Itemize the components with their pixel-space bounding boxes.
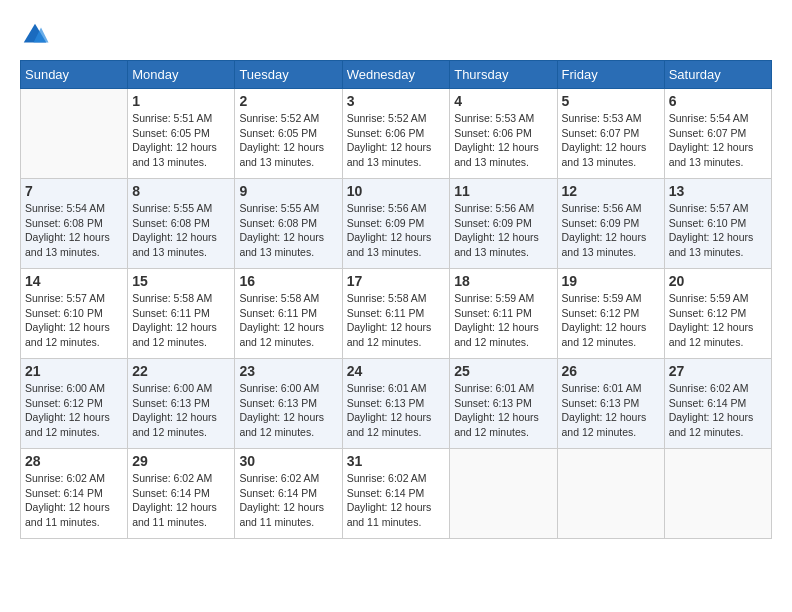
day-number: 26 — [562, 363, 660, 379]
day-info: Sunrise: 5:51 AM Sunset: 6:05 PM Dayligh… — [132, 111, 230, 170]
day-number: 13 — [669, 183, 767, 199]
day-number: 16 — [239, 273, 337, 289]
day-number: 18 — [454, 273, 552, 289]
calendar-cell: 11Sunrise: 5:56 AM Sunset: 6:09 PM Dayli… — [450, 179, 557, 269]
day-info: Sunrise: 6:02 AM Sunset: 6:14 PM Dayligh… — [132, 471, 230, 530]
day-info: Sunrise: 5:59 AM Sunset: 6:12 PM Dayligh… — [669, 291, 767, 350]
day-info: Sunrise: 5:53 AM Sunset: 6:07 PM Dayligh… — [562, 111, 660, 170]
day-number: 22 — [132, 363, 230, 379]
day-number: 19 — [562, 273, 660, 289]
day-info: Sunrise: 6:02 AM Sunset: 6:14 PM Dayligh… — [25, 471, 123, 530]
calendar-cell: 14Sunrise: 5:57 AM Sunset: 6:10 PM Dayli… — [21, 269, 128, 359]
day-number: 7 — [25, 183, 123, 199]
day-number: 15 — [132, 273, 230, 289]
calendar-cell: 3Sunrise: 5:52 AM Sunset: 6:06 PM Daylig… — [342, 89, 450, 179]
logo-icon — [20, 20, 50, 50]
calendar-cell: 18Sunrise: 5:59 AM Sunset: 6:11 PM Dayli… — [450, 269, 557, 359]
day-info: Sunrise: 6:01 AM Sunset: 6:13 PM Dayligh… — [347, 381, 446, 440]
calendar-cell: 4Sunrise: 5:53 AM Sunset: 6:06 PM Daylig… — [450, 89, 557, 179]
day-number: 21 — [25, 363, 123, 379]
day-number: 12 — [562, 183, 660, 199]
calendar-cell: 26Sunrise: 6:01 AM Sunset: 6:13 PM Dayli… — [557, 359, 664, 449]
calendar-cell: 17Sunrise: 5:58 AM Sunset: 6:11 PM Dayli… — [342, 269, 450, 359]
day-number: 2 — [239, 93, 337, 109]
calendar-cell: 8Sunrise: 5:55 AM Sunset: 6:08 PM Daylig… — [128, 179, 235, 269]
calendar-cell: 6Sunrise: 5:54 AM Sunset: 6:07 PM Daylig… — [664, 89, 771, 179]
day-number: 9 — [239, 183, 337, 199]
page-header — [20, 20, 772, 50]
calendar-week-row: 21Sunrise: 6:00 AM Sunset: 6:12 PM Dayli… — [21, 359, 772, 449]
day-info: Sunrise: 5:56 AM Sunset: 6:09 PM Dayligh… — [347, 201, 446, 260]
day-number: 6 — [669, 93, 767, 109]
calendar-cell: 1Sunrise: 5:51 AM Sunset: 6:05 PM Daylig… — [128, 89, 235, 179]
calendar-cell — [557, 449, 664, 539]
day-info: Sunrise: 5:56 AM Sunset: 6:09 PM Dayligh… — [454, 201, 552, 260]
day-number: 1 — [132, 93, 230, 109]
calendar-header-monday: Monday — [128, 61, 235, 89]
calendar-header-wednesday: Wednesday — [342, 61, 450, 89]
calendar-week-row: 28Sunrise: 6:02 AM Sunset: 6:14 PM Dayli… — [21, 449, 772, 539]
day-info: Sunrise: 5:52 AM Sunset: 6:06 PM Dayligh… — [347, 111, 446, 170]
day-number: 30 — [239, 453, 337, 469]
day-number: 24 — [347, 363, 446, 379]
calendar-cell: 16Sunrise: 5:58 AM Sunset: 6:11 PM Dayli… — [235, 269, 342, 359]
calendar-cell — [450, 449, 557, 539]
calendar-week-row: 14Sunrise: 5:57 AM Sunset: 6:10 PM Dayli… — [21, 269, 772, 359]
calendar-cell: 22Sunrise: 6:00 AM Sunset: 6:13 PM Dayli… — [128, 359, 235, 449]
day-info: Sunrise: 5:55 AM Sunset: 6:08 PM Dayligh… — [132, 201, 230, 260]
day-info: Sunrise: 5:58 AM Sunset: 6:11 PM Dayligh… — [347, 291, 446, 350]
calendar-cell: 23Sunrise: 6:00 AM Sunset: 6:13 PM Dayli… — [235, 359, 342, 449]
day-number: 28 — [25, 453, 123, 469]
day-info: Sunrise: 6:01 AM Sunset: 6:13 PM Dayligh… — [562, 381, 660, 440]
calendar-cell: 30Sunrise: 6:02 AM Sunset: 6:14 PM Dayli… — [235, 449, 342, 539]
day-number: 31 — [347, 453, 446, 469]
calendar-cell: 19Sunrise: 5:59 AM Sunset: 6:12 PM Dayli… — [557, 269, 664, 359]
day-info: Sunrise: 6:02 AM Sunset: 6:14 PM Dayligh… — [239, 471, 337, 530]
calendar-week-row: 7Sunrise: 5:54 AM Sunset: 6:08 PM Daylig… — [21, 179, 772, 269]
calendar-cell: 10Sunrise: 5:56 AM Sunset: 6:09 PM Dayli… — [342, 179, 450, 269]
day-number: 11 — [454, 183, 552, 199]
day-info: Sunrise: 6:00 AM Sunset: 6:13 PM Dayligh… — [132, 381, 230, 440]
calendar-cell: 2Sunrise: 5:52 AM Sunset: 6:05 PM Daylig… — [235, 89, 342, 179]
day-info: Sunrise: 5:56 AM Sunset: 6:09 PM Dayligh… — [562, 201, 660, 260]
calendar-cell: 12Sunrise: 5:56 AM Sunset: 6:09 PM Dayli… — [557, 179, 664, 269]
day-info: Sunrise: 5:58 AM Sunset: 6:11 PM Dayligh… — [132, 291, 230, 350]
calendar-header-row: SundayMondayTuesdayWednesdayThursdayFrid… — [21, 61, 772, 89]
day-number: 23 — [239, 363, 337, 379]
calendar-cell: 15Sunrise: 5:58 AM Sunset: 6:11 PM Dayli… — [128, 269, 235, 359]
calendar-cell: 9Sunrise: 5:55 AM Sunset: 6:08 PM Daylig… — [235, 179, 342, 269]
logo — [20, 20, 54, 50]
day-number: 4 — [454, 93, 552, 109]
day-info: Sunrise: 5:53 AM Sunset: 6:06 PM Dayligh… — [454, 111, 552, 170]
calendar-table: SundayMondayTuesdayWednesdayThursdayFrid… — [20, 60, 772, 539]
day-number: 29 — [132, 453, 230, 469]
day-info: Sunrise: 6:02 AM Sunset: 6:14 PM Dayligh… — [669, 381, 767, 440]
calendar-header-saturday: Saturday — [664, 61, 771, 89]
day-info: Sunrise: 5:57 AM Sunset: 6:10 PM Dayligh… — [25, 291, 123, 350]
day-info: Sunrise: 6:02 AM Sunset: 6:14 PM Dayligh… — [347, 471, 446, 530]
day-number: 14 — [25, 273, 123, 289]
calendar-week-row: 1Sunrise: 5:51 AM Sunset: 6:05 PM Daylig… — [21, 89, 772, 179]
day-number: 25 — [454, 363, 552, 379]
calendar-cell: 21Sunrise: 6:00 AM Sunset: 6:12 PM Dayli… — [21, 359, 128, 449]
calendar-cell: 20Sunrise: 5:59 AM Sunset: 6:12 PM Dayli… — [664, 269, 771, 359]
calendar-cell: 25Sunrise: 6:01 AM Sunset: 6:13 PM Dayli… — [450, 359, 557, 449]
day-number: 27 — [669, 363, 767, 379]
calendar-header-sunday: Sunday — [21, 61, 128, 89]
day-number: 8 — [132, 183, 230, 199]
calendar-header-tuesday: Tuesday — [235, 61, 342, 89]
calendar-cell: 29Sunrise: 6:02 AM Sunset: 6:14 PM Dayli… — [128, 449, 235, 539]
calendar-header-friday: Friday — [557, 61, 664, 89]
calendar-cell: 5Sunrise: 5:53 AM Sunset: 6:07 PM Daylig… — [557, 89, 664, 179]
day-info: Sunrise: 5:54 AM Sunset: 6:08 PM Dayligh… — [25, 201, 123, 260]
day-number: 3 — [347, 93, 446, 109]
day-info: Sunrise: 5:59 AM Sunset: 6:12 PM Dayligh… — [562, 291, 660, 350]
day-info: Sunrise: 6:00 AM Sunset: 6:13 PM Dayligh… — [239, 381, 337, 440]
day-info: Sunrise: 6:00 AM Sunset: 6:12 PM Dayligh… — [25, 381, 123, 440]
day-number: 17 — [347, 273, 446, 289]
day-info: Sunrise: 6:01 AM Sunset: 6:13 PM Dayligh… — [454, 381, 552, 440]
calendar-cell — [664, 449, 771, 539]
day-info: Sunrise: 5:55 AM Sunset: 6:08 PM Dayligh… — [239, 201, 337, 260]
calendar-cell: 13Sunrise: 5:57 AM Sunset: 6:10 PM Dayli… — [664, 179, 771, 269]
calendar-cell: 27Sunrise: 6:02 AM Sunset: 6:14 PM Dayli… — [664, 359, 771, 449]
